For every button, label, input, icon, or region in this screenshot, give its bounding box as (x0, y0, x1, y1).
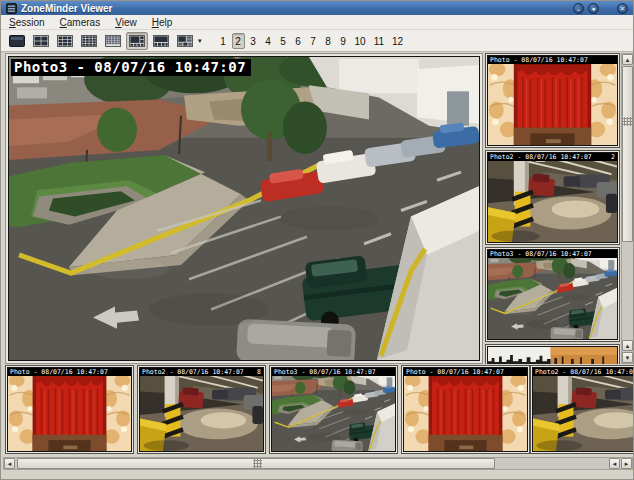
camera-scene-theater (404, 368, 527, 451)
camera-button-12[interactable]: 12 (389, 33, 406, 49)
filmstrip-thumb-garage[interactable]: Photo2 - 08/07/16 10:47:07 8 (137, 365, 266, 454)
window-title: ZoneMinder Viewer (21, 3, 113, 14)
layout-wide-plus-strip-button[interactable] (150, 32, 172, 50)
main-camera-panel: Photo3 - 08/07/16 10:47:07 (5, 53, 483, 364)
sidebar-thumb-theater[interactable]: Photo - 08/07/16 10:47:07 (485, 53, 620, 148)
thumb-label-text: Photo2 - 08/07/16 10:47:07 (142, 368, 244, 376)
menubar: Session Cameras View Help (1, 15, 633, 30)
camera-scene-skyline (488, 347, 617, 364)
camera-thumb-view[interactable]: Photo - 08/07/16 10:47:07 (7, 367, 132, 452)
thumb-label-text: Photo2 - 08/07/16 10:47:07 (490, 153, 592, 161)
scroll-right-button[interactable]: ► (621, 458, 632, 469)
thumb-label-text: Photo - 08/07/16 10:47:07 (490, 56, 588, 64)
layout-grid-dense-icon (105, 35, 121, 47)
layout-main-plus-thumbs-button[interactable] (126, 32, 148, 50)
filmstrip-thumb-parking[interactable]: Photo3 - 08/07/16 10:47:07 (269, 365, 398, 454)
menu-view[interactable]: View (115, 17, 137, 28)
sidebar-vertical-scrollbar[interactable]: ▲ ▲ ▼ (621, 53, 634, 364)
camera-scene-parking-lot (9, 57, 479, 360)
zoneminder-window: ZoneMinder Viewer ⌄ ● ✕ Session Cameras … (0, 0, 634, 480)
scroll-up-button[interactable]: ▲ (622, 54, 633, 65)
menu-session[interactable]: Session (9, 17, 45, 28)
layout-single-icon (9, 35, 25, 47)
camera-button-2[interactable]: 2 (232, 33, 245, 49)
camera-thumb-timestamp: Photo - 08/07/16 10:47:07 (404, 368, 527, 376)
camera-thumb-view[interactable]: Photo - 08/07/16 10:47:07 (403, 367, 528, 452)
thumb-label-text: Photo3 - 08/07/16 10:47:07 (274, 368, 376, 376)
toolbar: ▾ 1 2 3 4 5 6 7 8 9 10 11 12 (1, 30, 633, 52)
camera-thumb-timestamp: Photo2 - 08/07/16 10:47:07 2 (488, 153, 617, 161)
layout-custom-icon (177, 35, 193, 47)
sidebar-thumb-parking[interactable]: Photo3 - 08/07/16 10:47:07 (485, 247, 620, 342)
filmstrip-horizontal-scrollbar[interactable]: ◄ ◄ ► (3, 457, 633, 470)
layout-3x3-icon (57, 35, 73, 47)
camera-thumb-timestamp: Photo - 08/07/16 10:47:07 (488, 56, 617, 64)
scroll-up-button-secondary[interactable]: ▲ (622, 340, 633, 351)
camera-scene-parking-lot (272, 368, 395, 451)
layout-single-button[interactable] (6, 32, 28, 50)
scroll-down-button[interactable]: ▼ (622, 352, 633, 363)
camera-button-3[interactable]: 3 (247, 33, 260, 49)
layout-wide-plus-strip-icon (153, 35, 169, 47)
camera-button-9[interactable]: 9 (337, 33, 350, 49)
camera-thumb-view[interactable]: Photo2 - 08/07/16 10:47:07 8 (139, 367, 264, 452)
layout-2x2-icon (33, 35, 49, 47)
thumb-badge: 2 (611, 153, 615, 161)
camera-scene-theater (8, 368, 131, 451)
app-icon (6, 3, 17, 14)
minimize-button[interactable]: ⌄ (573, 3, 584, 14)
sidebar-thumb-skyline[interactable] (485, 344, 620, 364)
camera-button-7[interactable]: 7 (307, 33, 320, 49)
camera-thumb-view[interactable]: Photo2 - 08/07/16 10:47:07 (532, 367, 633, 452)
camera-thumb-view[interactable]: Photo - 08/07/16 10:47:07 (487, 55, 618, 146)
layout-main-plus-thumbs-icon (129, 35, 145, 47)
layout-2x2-button[interactable] (30, 32, 52, 50)
layout-4x4-icon (81, 35, 97, 47)
layout-custom-button[interactable] (174, 32, 196, 50)
camera-scene-garage (140, 368, 263, 451)
menu-help[interactable]: Help (152, 17, 173, 28)
camera-button-5[interactable]: 5 (277, 33, 290, 49)
camera-thumb-timestamp: Photo2 - 08/07/16 10:47:07 (533, 368, 633, 376)
menu-cameras[interactable]: Cameras (60, 17, 101, 28)
layout-grid-dense-button[interactable] (102, 32, 124, 50)
camera-button-11[interactable]: 11 (371, 33, 387, 49)
camera-thumb-view[interactable]: Photo3 - 08/07/16 10:47:07 (487, 249, 618, 340)
camera-thumb-view[interactable]: Photo3 - 08/07/16 10:47:07 (271, 367, 396, 452)
camera-scene-garage (488, 153, 617, 242)
camera-thumb-timestamp: Photo3 - 08/07/16 10:47:07 (488, 250, 617, 258)
main-camera-view[interactable]: Photo3 - 08/07/16 10:47:07 (8, 56, 480, 361)
maximize-button[interactable]: ● (588, 3, 599, 14)
camera-button-10[interactable]: 10 (352, 33, 369, 49)
camera-thumb-view[interactable]: Photo2 - 08/07/16 10:47:07 2 (487, 152, 618, 243)
layout-dropdown-caret-icon[interactable]: ▾ (198, 37, 202, 45)
sidebar-thumb-garage[interactable]: Photo2 - 08/07/16 10:47:07 2 (485, 150, 620, 245)
camera-scene-parking-lot (488, 250, 617, 339)
camera-button-1[interactable]: 1 (217, 33, 230, 49)
camera-thumb-view[interactable] (487, 346, 618, 364)
sidebar-thumbnails: Photo - 08/07/16 10:47:07 Photo2 - 08/07… (485, 53, 620, 364)
camera-button-4[interactable]: 4 (262, 33, 275, 49)
camera-button-6[interactable]: 6 (292, 33, 305, 49)
camera-thumb-timestamp: Photo3 - 08/07/16 10:47:07 (272, 368, 395, 376)
filmstrip-thumb-garage-2[interactable]: Photo2 - 08/07/16 10:47:07 (530, 365, 633, 454)
camera-scene-theater (488, 56, 617, 145)
horizontal-scroll-thumb[interactable] (17, 458, 495, 469)
camera-button-8[interactable]: 8 (322, 33, 335, 49)
close-button[interactable]: ✕ (617, 3, 628, 14)
filmstrip-thumb-theater-2[interactable]: Photo - 08/07/16 10:47:07 (401, 365, 530, 454)
scroll-left-button-secondary[interactable]: ◄ (609, 458, 620, 469)
layout-4x4-button[interactable] (78, 32, 100, 50)
titlebar[interactable]: ZoneMinder Viewer ⌄ ● ✕ (1, 1, 633, 15)
thumb-badge: 8 (257, 368, 261, 376)
scroll-left-button[interactable]: ◄ (4, 458, 15, 469)
camera-thumb-timestamp: Photo2 - 08/07/16 10:47:07 8 (140, 368, 263, 376)
thumb-label-text: Photo2 - 08/07/16 10:47:07 (535, 368, 633, 376)
main-camera-timestamp: Photo3 - 08/07/16 10:47:07 (11, 59, 251, 76)
layout-3x3-button[interactable] (54, 32, 76, 50)
content-area: Photo3 - 08/07/16 10:47:07 Photo - 08/07… (1, 52, 633, 479)
window-controls: ⌄ ● ✕ (573, 3, 628, 14)
thumb-label-text: Photo - 08/07/16 10:47:07 (10, 368, 108, 376)
vertical-scroll-thumb[interactable] (622, 66, 633, 242)
filmstrip-thumb-theater[interactable]: Photo - 08/07/16 10:47:07 (5, 365, 134, 454)
